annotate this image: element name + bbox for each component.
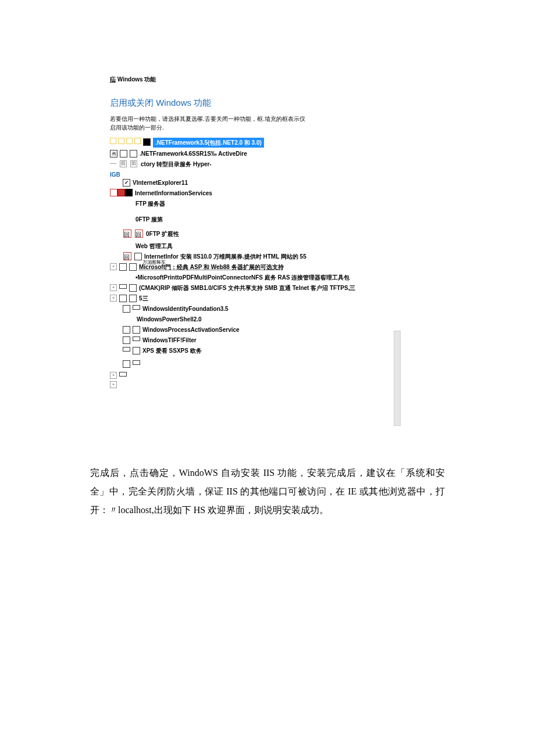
label-msft-print: •MicrosoftPrinttoPDFMultiPointConnectorN… <box>135 273 350 282</box>
row-five[interactable]: + 5三 <box>110 294 430 303</box>
dash-icon <box>110 163 116 164</box>
label-ftp-ext: 0FTP 扩屣性 <box>146 230 179 238</box>
row-blank3[interactable]: + <box>110 381 430 388</box>
features-heading: 启用或关闭 Windows 功能 <box>110 98 430 109</box>
label-tiff: WindowsTIFF!Filter <box>142 336 197 345</box>
checkbox-infor[interactable] <box>134 253 142 260</box>
cb-tiff-b[interactable] <box>133 336 140 341</box>
label-ps2: WindowsPowerShell2.0 <box>137 315 202 324</box>
label-net35: .NETFramework3.5(包括.NET2.0 和 3.0) <box>153 138 264 148</box>
title-main: Windows 功能 <box>117 76 156 83</box>
cb-blank1b[interactable] <box>133 360 140 365</box>
title-prefix: 疝 <box>110 76 116 83</box>
label-internet-infor: InternetInfor 安装 IIS10.0 万维网展券.提供时 HTML … <box>144 252 306 261</box>
expander-msft[interactable]: + <box>110 263 117 270</box>
glyph-box: 画 <box>110 150 117 157</box>
features-description: 若要信用一种功能，请选择其夏选罹.舌要关闭一种功能，框.埴充的框表示仅启用该功能… <box>110 114 308 132</box>
cb-cmak-a[interactable] <box>119 284 127 289</box>
cb-xps-b[interactable] <box>133 347 140 354</box>
row-wpas[interactable]: WindowsProcessActivationService <box>110 325 430 334</box>
checkbox-net46b[interactable] <box>130 150 137 157</box>
expander-blank2[interactable]: + <box>110 372 117 379</box>
cb-xps-a[interactable] <box>123 347 130 352</box>
row-msft-print: •MicrosoftPrinttoPDFMultiPointConnectorN… <box>110 273 430 282</box>
row-wif[interactable]: WindowsIdentityFoundation3.5 <box>110 304 430 313</box>
row-ctory[interactable]: 田 田 ctory 转型目录服务 Hyper- <box>110 160 430 169</box>
checkbox-msft-b[interactable] <box>129 263 137 271</box>
row-msft[interactable]: + Microsoft門：经典 ASP 和 Web88 务器扩展的可选支持 万湄… <box>110 263 430 271</box>
box-b: 回 <box>135 230 143 238</box>
red-decor <box>110 189 133 196</box>
feature-tree: .NETFramework3.5(包括.NET2.0 和 3.0) 画 .NET… <box>110 138 430 388</box>
expander-cmak[interactable]: + <box>110 284 117 291</box>
cb-wpas-b[interactable] <box>133 326 140 334</box>
dialog-title: 疝 Windows 功能 <box>110 76 430 84</box>
label-igb: IGB <box>110 170 120 179</box>
cb-blank1a[interactable] <box>123 360 130 368</box>
row-iis[interactable]: InternetInformationServices <box>110 189 430 198</box>
row-igb: IGB <box>110 170 430 179</box>
label-ftp-svc: 0FTP 服第 <box>135 215 163 224</box>
label-ie11: VInternetExplorer11 <box>133 178 188 187</box>
box-a: 回 <box>123 230 131 238</box>
checkbox-net46[interactable] <box>120 150 127 157</box>
body-paragraph: 完成后，点击确定，WindoWS 自动安装 IIS 功能，安装完成后，建议在「系… <box>0 464 535 519</box>
checkbox-ie11[interactable] <box>123 179 130 187</box>
label-wif: WindowsIdentityFoundation3.5 <box>142 304 229 313</box>
cb-wpas-a[interactable] <box>123 326 130 334</box>
row-ftp-svc[interactable]: 0FTP 服第 <box>110 215 430 224</box>
row-net35[interactable]: .NETFramework3.5(包括.NET2.0 和 3.0) <box>110 138 430 148</box>
label-wpas: WindowsProcessActivationService <box>142 325 240 334</box>
expander-five[interactable]: + <box>110 295 117 302</box>
row-ftp-server[interactable]: FTP 服务器 <box>110 199 430 208</box>
expander-ctory2[interactable]: 田 <box>130 160 137 167</box>
row-ps2[interactable]: WindowsPowerShell2.0 <box>110 315 430 324</box>
label-ctory: ctory 转型目录服务 Hyper- <box>141 160 212 169</box>
row-xps[interactable]: XPS 爱看 SSXPS 欧务 <box>110 346 430 355</box>
label-iis: InternetInformationServices <box>135 189 212 198</box>
cb-five-b[interactable] <box>129 295 137 302</box>
row-web-mgmt[interactable]: Web 哲理工具 <box>110 242 430 250</box>
row-ie11[interactable]: VInternetExplorer11 <box>110 178 430 187</box>
cb-tiff-a[interactable] <box>123 336 130 344</box>
cb-wif-a[interactable] <box>123 305 130 313</box>
decor-boxes <box>110 138 141 144</box>
box-c: 回 <box>123 252 131 260</box>
label-cmak: (CMAK)RIP 倾听器 SMB1.0/CIFS 文件共享支持 SMB 直通 … <box>139 284 355 292</box>
expander-blank3[interactable]: + <box>110 381 117 388</box>
row-net46[interactable]: 画 .NETFramework4.6SSR1S‰ ActiveDire <box>110 149 430 158</box>
row-blank2[interactable]: + <box>110 371 430 379</box>
label-net46: .NETFramework4.6SSR1S‰ ActiveDire <box>140 149 247 158</box>
checkbox-net35[interactable] <box>143 138 151 146</box>
row-tiff[interactable]: WindowsTIFF!Filter <box>110 336 430 345</box>
cb-five-a[interactable] <box>119 295 127 302</box>
row-cmak[interactable]: + (CMAK)RIP 倾听器 SMB1.0/CIFS 文件共享支持 SMB 直… <box>110 284 430 292</box>
expander-ctory[interactable]: 田 <box>120 160 127 167</box>
scrollbar[interactable] <box>394 331 401 426</box>
label-xps: XPS 爱看 SSXPS 欧务 <box>142 346 202 355</box>
cb-wif-b[interactable] <box>133 305 140 310</box>
row-ftp-ext[interactable]: 回 回 0FTP 扩屣性 <box>110 230 430 238</box>
label-five: 5三 <box>139 294 148 303</box>
label-ftp-server: FTP 服务器 <box>135 199 165 208</box>
label-web-mgmt: Web 哲理工具 <box>135 242 173 250</box>
row-blank1[interactable] <box>110 360 430 368</box>
cb-cmak-b[interactable] <box>129 284 137 292</box>
cb-blank2[interactable] <box>119 372 127 377</box>
checkbox-msft-a[interactable] <box>119 263 127 271</box>
label-msft-sub: 万湄图释车 <box>142 259 166 266</box>
